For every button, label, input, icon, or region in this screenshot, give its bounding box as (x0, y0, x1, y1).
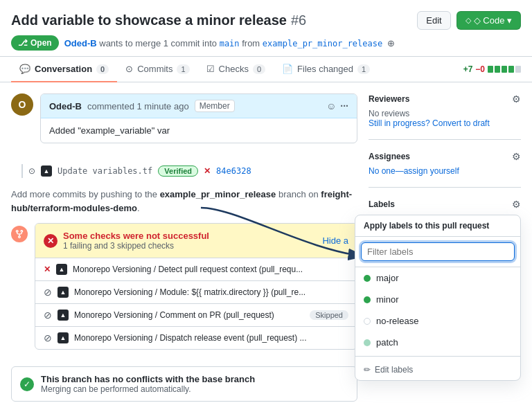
check-skip-status-4: ⊘ (44, 332, 52, 343)
pr-status-badge: ⎇ Open (11, 35, 59, 51)
no-conflicts-section: ✓ This branch has no conflicts with the … (11, 366, 357, 402)
commit-branch-icon: ⊙ (28, 166, 35, 176)
branch-link[interactable]: example_pr_minor_release (160, 189, 276, 199)
reviewers-gear-icon[interactable]: ⚙ (512, 93, 521, 105)
check-name-3[interactable]: Monorepo Versioning / Comment on PR (pul… (74, 310, 304, 320)
hide-link[interactable]: Hide a (322, 235, 348, 246)
check-name-1[interactable]: Monorepo Versioning / Detect pull reques… (73, 265, 348, 274)
label-dot-major (364, 275, 371, 282)
label-item-minor[interactable]: minor (355, 289, 520, 310)
check-logo-2: ▲ (57, 287, 69, 298)
assignees-title: Assignees (369, 152, 410, 161)
more-options-icon[interactable]: ··· (340, 100, 348, 111)
check-item-1: ✕ ▲ Monorepo Versioning / Detect pull re… (35, 258, 357, 281)
edit-button[interactable]: Edit (417, 11, 450, 30)
check-logo-1: ▲ (56, 264, 67, 275)
diff-blocks (488, 66, 521, 73)
merge-icon: ⎇ (18, 38, 28, 48)
verified-badge: Verified (158, 165, 198, 177)
dropdown-search[interactable] (355, 237, 520, 267)
comment-thread: O Oded-B commented 1 minute ago Member ☺… (11, 93, 357, 152)
branch-merge-icon (11, 226, 28, 242)
diff-stat: +7 −0 (463, 64, 521, 74)
check-item-4: ⊘ ▲ Monorepo Versioning / Dispatch relea… (35, 327, 357, 349)
checks-count: 0 (253, 64, 265, 74)
check-fail-status: ✕ (44, 265, 51, 274)
no-conflicts-title: This branch has no conflicts with the ba… (41, 374, 255, 384)
check-name-2[interactable]: Monorepo Versioning / Module: ${{ matrix… (74, 287, 348, 297)
reviewers-title: Reviewers (369, 94, 409, 104)
checks-subtitle: 1 failing and 3 skipped checks (63, 241, 209, 251)
assignees-gear-icon[interactable]: ⚙ (512, 151, 521, 162)
check-logo-4: ▲ (57, 332, 69, 343)
success-icon: ✓ (20, 377, 34, 391)
info-text: Add more commits by pushing to the examp… (11, 188, 357, 215)
pr-header: Add variable to showcase a minor release… (0, 0, 532, 57)
comment-author[interactable]: Oded-B (49, 101, 82, 111)
label-name-patch: patch (376, 337, 398, 348)
pr-author: Oded-B wants to merge 1 commit into main… (64, 38, 395, 48)
comment-body: Added "example_variable" var (41, 118, 357, 143)
tab-files-changed[interactable]: 📄 Files changed 1 (274, 57, 378, 82)
pencil-icon: ✏ (364, 365, 371, 375)
check-name-4[interactable]: Monorepo Versioning / Dispatch release e… (74, 333, 348, 343)
labels-dropdown: Apply labels to this pull request major … (355, 215, 521, 381)
assign-yourself-link[interactable]: No one—assign yourself (369, 166, 521, 176)
no-conflicts-subtitle: Merging can be performed automatically. (41, 384, 255, 394)
tab-checks[interactable]: ☑ Checks 0 (198, 57, 274, 82)
commit-x-icon: ✕ (204, 166, 211, 176)
member-badge: Member (195, 100, 235, 112)
checks-area: ✕ Some checks were not successful 1 fail… (11, 223, 357, 358)
label-dot-no-release (364, 318, 371, 325)
tab-commits[interactable]: ⊙ Commits 1 (117, 57, 197, 82)
files-count: 1 (357, 64, 370, 74)
target-branch[interactable]: main (220, 39, 240, 48)
commit-line: ⊙ ▲ Update variables.tf Verified ✕ 84e63… (11, 160, 357, 182)
commit-logo: ▲ (41, 165, 52, 177)
conversation-icon: 💬 (19, 64, 30, 74)
commit-file[interactable]: Update variables.tf (57, 166, 152, 176)
files-icon: 📄 (282, 64, 293, 74)
comment-header: Oded-B commented 1 minute ago Member ☺ ·… (41, 94, 357, 118)
source-branch[interactable]: example_pr_minor_release (263, 39, 382, 48)
dropdown-divider (355, 356, 520, 357)
copy-icon[interactable]: ⊕ (387, 38, 395, 48)
edit-labels-link[interactable]: ✏ Edit labels (355, 359, 520, 380)
checks-header: ✕ Some checks were not successful 1 fail… (35, 224, 357, 258)
commits-count: 1 (177, 64, 189, 74)
no-reviews-text: No reviews (369, 109, 521, 118)
filter-labels-input[interactable] (361, 242, 515, 261)
convert-draft-link[interactable]: Still in progress? Convert to draft (369, 118, 521, 128)
code-icon: ◇ (466, 16, 471, 25)
label-dot-minor (364, 296, 371, 303)
check-item-2: ⊘ ▲ Monorepo Versioning / Module: ${{ ma… (35, 281, 357, 304)
check-skip-status-3: ⊘ (44, 310, 52, 321)
comment-box: Oded-B commented 1 minute ago Member ☺ ·… (40, 93, 357, 143)
label-name-no-release: no-release (376, 316, 418, 326)
commits-icon: ⊙ (125, 64, 133, 74)
main-content: O Oded-B commented 1 minute ago Member ☺… (11, 93, 357, 402)
emoji-icon[interactable]: ☺ (326, 100, 336, 111)
label-dot-patch (364, 339, 371, 346)
checks-icon: ☑ (206, 64, 215, 74)
dropdown-title: Apply labels to this pull request (355, 215, 520, 237)
check-item-3: ⊘ ▲ Monorepo Versioning / Comment on PR … (35, 304, 357, 327)
sidebar-assignees: Assignees ⚙ No one—assign yourself (369, 151, 521, 188)
label-name-major: major (376, 273, 399, 283)
labels-gear-icon[interactable]: ⚙ (512, 199, 521, 210)
tab-conversation[interactable]: 💬 Conversation 0 (11, 57, 117, 82)
checks-section: ✕ Some checks were not successful 1 fail… (35, 223, 357, 350)
label-item-no-release[interactable]: no-release (355, 310, 520, 332)
commit-hash[interactable]: 84e6328 (216, 166, 251, 176)
skipped-badge: Skipped (310, 310, 348, 320)
pr-number: #6 (291, 12, 306, 28)
label-item-patch[interactable]: patch (355, 332, 520, 353)
comment-actions: ☺ ··· (326, 100, 348, 111)
check-logo-3: ▲ (57, 310, 69, 321)
check-fail-icon: ✕ (44, 234, 57, 248)
tab-bar: 💬 Conversation 0 ⊙ Commits 1 ☑ Checks 0 … (0, 57, 532, 82)
code-button[interactable]: ◇ ◇ Code ▾ (456, 11, 521, 30)
label-name-minor: minor (376, 294, 399, 305)
label-item-major[interactable]: major (355, 267, 520, 289)
checks-title: Some checks were not successful (63, 231, 209, 241)
